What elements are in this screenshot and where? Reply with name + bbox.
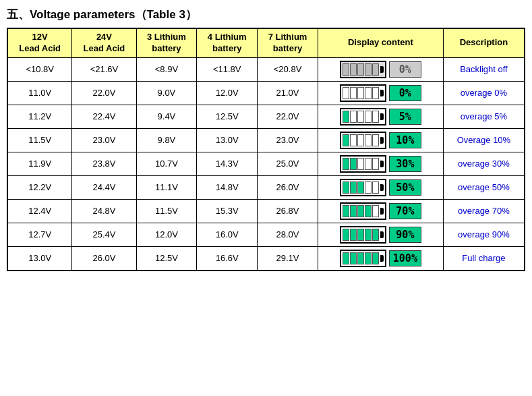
cell-v24-row3: 23.0V bbox=[72, 128, 136, 152]
cell-v7li-row6: 26.8V bbox=[258, 199, 318, 223]
cell-v24-row2: 22.4V bbox=[72, 105, 136, 128]
cell-desc-row4: overage 30% bbox=[443, 152, 525, 175]
cell-v12-row8: 13.0V bbox=[7, 246, 72, 271]
cell-v12-row4: 11.9V bbox=[7, 152, 72, 175]
cell-v7li-row8: 29.1V bbox=[258, 246, 318, 271]
cell-display-row1: 0% bbox=[318, 81, 443, 105]
cell-v3li-row5: 11.1V bbox=[136, 175, 197, 199]
header-12v-lead-acid: 12VLead Acid bbox=[7, 28, 72, 57]
header-7-lithium: 7 Lithiumbattery bbox=[258, 28, 318, 57]
cell-v3li-row4: 10.7V bbox=[136, 152, 197, 175]
cell-v3li-row0: <8.9V bbox=[136, 57, 197, 81]
cell-v12-row0: <10.8V bbox=[7, 57, 72, 81]
cell-v7li-row0: <20.8V bbox=[258, 57, 318, 81]
cell-display-row4: 30% bbox=[318, 152, 443, 175]
cell-display-row3: 10% bbox=[318, 128, 443, 152]
cell-desc-row5: overage 50% bbox=[443, 175, 525, 199]
cell-v4li-row4: 14.3V bbox=[197, 152, 258, 175]
header-description: Description bbox=[443, 28, 525, 57]
table-row: 11.2V22.4V9.4V12.5V22.0V5%overage 5% bbox=[7, 105, 525, 128]
cell-v12-row6: 12.4V bbox=[7, 199, 72, 223]
cell-v7li-row1: 21.0V bbox=[258, 81, 318, 105]
header-24v-lead-acid: 24VLead Acid bbox=[72, 28, 136, 57]
cell-v24-row0: <21.6V bbox=[72, 57, 136, 81]
table-row: 11.5V23.0V9.8V13.0V23.0V10%Overage 10% bbox=[7, 128, 525, 152]
cell-display-row5: 50% bbox=[318, 175, 443, 199]
cell-display-row7: 90% bbox=[318, 223, 443, 246]
cell-desc-row6: overage 70% bbox=[443, 199, 525, 223]
cell-desc-row3: Overage 10% bbox=[443, 128, 525, 152]
cell-v24-row8: 26.0V bbox=[72, 246, 136, 271]
cell-display-row6: 70% bbox=[318, 199, 443, 223]
header-display: Display content bbox=[318, 28, 443, 57]
cell-desc-row8: Full charge bbox=[443, 246, 525, 271]
cell-desc-row7: overage 90% bbox=[443, 223, 525, 246]
cell-v4li-row8: 16.6V bbox=[197, 246, 258, 271]
table-row: <10.8V<21.6V<8.9V<11.8V<20.8V0%Backlight… bbox=[7, 57, 525, 81]
cell-v12-row1: 11.0V bbox=[7, 81, 72, 105]
table-row: 11.0V22.0V9.0V12.0V21.0V0%overage 0% bbox=[7, 81, 525, 105]
cell-v4li-row3: 13.0V bbox=[197, 128, 258, 152]
cell-v12-row5: 12.2V bbox=[7, 175, 72, 199]
cell-v3li-row3: 9.8V bbox=[136, 128, 197, 152]
cell-v24-row1: 22.0V bbox=[72, 81, 136, 105]
cell-v12-row3: 11.5V bbox=[7, 128, 72, 152]
cell-v3li-row6: 11.5V bbox=[136, 199, 197, 223]
cell-v7li-row5: 26.0V bbox=[258, 175, 318, 199]
cell-display-row2: 5% bbox=[318, 105, 443, 128]
cell-desc-row0: Backlight off bbox=[443, 57, 525, 81]
table-row: 12.4V24.8V11.5V15.3V26.8V70%overage 70% bbox=[7, 199, 525, 223]
cell-v7li-row3: 23.0V bbox=[258, 128, 318, 152]
cell-v4li-row5: 14.8V bbox=[197, 175, 258, 199]
table-row: 12.2V24.4V11.1V14.8V26.0V50%overage 50% bbox=[7, 175, 525, 199]
cell-v24-row6: 24.8V bbox=[72, 199, 136, 223]
cell-v3li-row8: 12.5V bbox=[136, 246, 197, 271]
cell-v7li-row4: 25.0V bbox=[258, 152, 318, 175]
cell-desc-row2: overage 5% bbox=[443, 105, 525, 128]
page-title: 五、Voltage parameters（Table 3） bbox=[7, 7, 525, 22]
cell-v4li-row0: <11.8V bbox=[197, 57, 258, 81]
table-row: 12.7V25.4V12.0V16.0V28.0V90%overage 90% bbox=[7, 223, 525, 246]
cell-display-row8: 100% bbox=[318, 246, 443, 271]
cell-v3li-row1: 9.0V bbox=[136, 81, 197, 105]
voltage-table: 12VLead Acid 24VLead Acid 3 Lithiumbatte… bbox=[7, 28, 525, 271]
cell-v4li-row7: 16.0V bbox=[197, 223, 258, 246]
table-row: 11.9V23.8V10.7V14.3V25.0V30%overage 30% bbox=[7, 152, 525, 175]
cell-v4li-row2: 12.5V bbox=[197, 105, 258, 128]
cell-v7li-row2: 22.0V bbox=[258, 105, 318, 128]
header-4-lithium: 4 Lithiumbattery bbox=[197, 28, 258, 57]
table-row: 13.0V26.0V12.5V16.6V29.1V100%Full charge bbox=[7, 246, 525, 271]
cell-display-row0: 0% bbox=[318, 57, 443, 81]
cell-v4li-row1: 12.0V bbox=[197, 81, 258, 105]
cell-v24-row5: 24.4V bbox=[72, 175, 136, 199]
cell-v24-row7: 25.4V bbox=[72, 223, 136, 246]
cell-v12-row7: 12.7V bbox=[7, 223, 72, 246]
cell-v7li-row7: 28.0V bbox=[258, 223, 318, 246]
header-3-lithium: 3 Lithiumbattery bbox=[136, 28, 197, 57]
cell-v3li-row7: 12.0V bbox=[136, 223, 197, 246]
cell-v4li-row6: 15.3V bbox=[197, 199, 258, 223]
cell-desc-row1: overage 0% bbox=[443, 81, 525, 105]
cell-v3li-row2: 9.4V bbox=[136, 105, 197, 128]
cell-v24-row4: 23.8V bbox=[72, 152, 136, 175]
cell-v12-row2: 11.2V bbox=[7, 105, 72, 128]
